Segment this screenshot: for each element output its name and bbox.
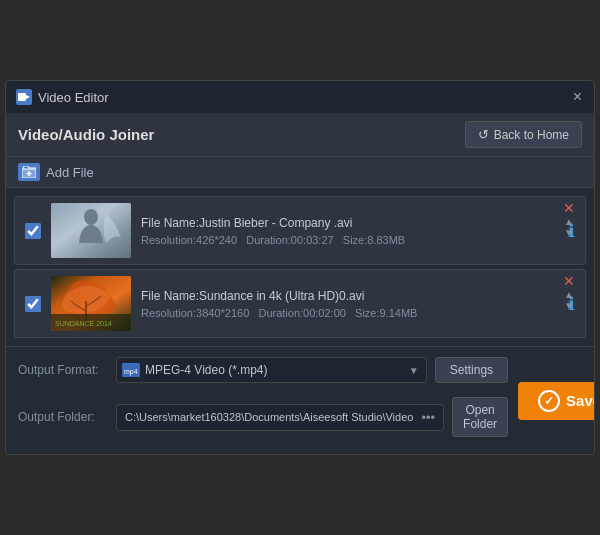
open-folder-button[interactable]: Open Folder	[452, 397, 508, 437]
file-thumbnail-2: SUNDANCE 2014	[51, 276, 131, 331]
title-bar-left: Video Editor	[16, 89, 109, 105]
file-move-buttons-1: ▲ ▼	[564, 217, 574, 238]
title-bar: Video Editor ×	[6, 81, 594, 113]
toolbar: Video/Audio Joiner ↺ Back to Home	[6, 113, 594, 157]
file-checkbox-2[interactable]	[25, 296, 41, 312]
bottom-area: Output Format: mp4 MPEG-4 Video (*.mp4) …	[6, 346, 594, 454]
file-thumbnail-1	[51, 203, 131, 258]
output-format-row: Output Format: mp4 MPEG-4 Video (*.mp4) …	[18, 357, 508, 383]
file-info-2: File Name:Sundance in 4k (Ultra HD)0.avi…	[141, 289, 554, 319]
folder-input[interactable]: C:\Users\market160328\Documents\Aiseesof…	[116, 404, 444, 431]
move-up-button-2[interactable]: ▲	[564, 290, 574, 300]
file-name-1: File Name:Justin Bieber - Company .avi	[141, 216, 554, 230]
add-file-icon	[18, 163, 40, 181]
file-actions-2: ✕ ▲ ▼	[563, 274, 575, 311]
format-icon: mp4	[122, 363, 140, 377]
file-meta-1: Resolution:426*240 Duration:00:03:27 Siz…	[141, 234, 554, 246]
svg-text:mp4: mp4	[124, 368, 138, 376]
dots-button[interactable]: •••	[421, 410, 435, 425]
back-home-button[interactable]: ↺ Back to Home	[465, 121, 582, 148]
svg-rect-0	[18, 93, 26, 101]
add-file-bar[interactable]: Add File	[6, 157, 594, 188]
file-info-1: File Name:Justin Bieber - Company .avi R…	[141, 216, 554, 246]
file-move-buttons-2: ▲ ▼	[564, 290, 574, 311]
bottom-left: Output Format: mp4 MPEG-4 Video (*.mp4) …	[18, 357, 508, 444]
move-down-button-1[interactable]: ▼	[564, 228, 574, 238]
refresh-icon: ↺	[478, 127, 489, 142]
back-home-label: Back to Home	[494, 128, 569, 142]
file-checkbox-1[interactable]	[25, 223, 41, 239]
app-icon	[16, 89, 32, 105]
format-label: Output Format:	[18, 363, 108, 377]
svg-text:SUNDANCE 2014: SUNDANCE 2014	[55, 320, 112, 327]
file-meta-2: Resolution:3840*2160 Duration:00:02:00 S…	[141, 307, 554, 319]
folder-path: C:\Users\market160328\Documents\Aiseesof…	[125, 411, 413, 423]
move-up-button-1[interactable]: ▲	[564, 217, 574, 227]
file-item-2: SUNDANCE 2014 File Name:Sundance in 4k (…	[14, 269, 586, 338]
format-select-wrapper[interactable]: mp4 MPEG-4 Video (*.mp4) ▼	[116, 357, 427, 383]
window-title: Video Editor	[38, 90, 109, 105]
save-button[interactable]: ✓ Save	[518, 382, 595, 420]
format-select[interactable]: MPEG-4 Video (*.mp4)	[116, 357, 427, 383]
folder-label: Output Folder:	[18, 410, 108, 424]
file-list: File Name:Justin Bieber - Company .avi R…	[6, 188, 594, 346]
save-label: Save	[566, 392, 595, 409]
check-circle-icon: ✓	[538, 390, 560, 412]
bottom-actions-row: Output Format: mp4 MPEG-4 Video (*.mp4) …	[18, 357, 582, 444]
file-name-2: File Name:Sundance in 4k (Ultra HD)0.avi	[141, 289, 554, 303]
file-actions-1: ✕ ▲ ▼	[563, 201, 575, 238]
output-folder-row: Output Folder: C:\Users\market160328\Doc…	[18, 397, 508, 437]
move-down-button-2[interactable]: ▼	[564, 301, 574, 311]
close-button[interactable]: ×	[571, 89, 584, 105]
file-item-1: File Name:Justin Bieber - Company .avi R…	[14, 196, 586, 265]
add-file-label[interactable]: Add File	[46, 165, 94, 180]
svg-marker-1	[26, 95, 30, 99]
file-remove-button-1[interactable]: ✕	[563, 201, 575, 215]
svg-rect-8	[51, 203, 131, 258]
app-title: Video/Audio Joiner	[18, 126, 154, 143]
file-remove-button-2[interactable]: ✕	[563, 274, 575, 288]
settings-button[interactable]: Settings	[435, 357, 508, 383]
main-window: Video Editor × Video/Audio Joiner ↺ Back…	[5, 80, 595, 455]
